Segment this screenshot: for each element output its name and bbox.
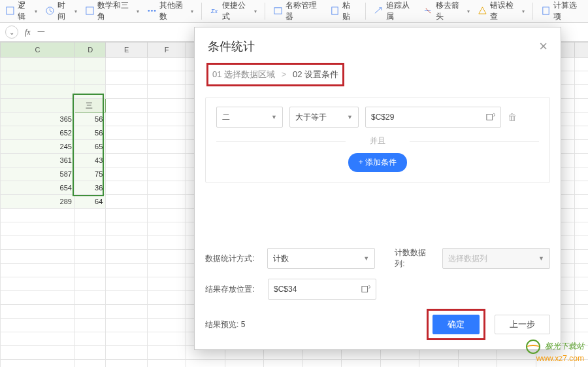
logic-icon bbox=[5, 6, 15, 16]
ribbon-namemgr[interactable]: 名称管理器 bbox=[273, 0, 322, 22]
ribbon-formula[interactable]: Σx便捷公式▾ bbox=[210, 0, 257, 22]
svg-rect-10 bbox=[487, 114, 493, 120]
paste-icon bbox=[330, 6, 340, 16]
ok-button[interactable]: 确定 bbox=[433, 315, 480, 334]
condition-column-select[interactable]: 二▼ bbox=[216, 107, 283, 128]
math-icon bbox=[85, 6, 95, 16]
search-icon[interactable]: ⌄ bbox=[5, 26, 18, 39]
and-separator: 并且 bbox=[216, 135, 539, 147]
watermark-url: www.xz7.com bbox=[526, 354, 584, 363]
svg-point-4 bbox=[148, 10, 150, 12]
svg-text:Σx: Σx bbox=[210, 8, 218, 14]
clock-icon bbox=[45, 6, 55, 16]
ribbon-logic[interactable]: 逻辑▾ bbox=[5, 0, 37, 22]
watermark-site: 极光下载站 bbox=[545, 341, 584, 351]
back-button[interactable]: 上一步 bbox=[495, 315, 550, 334]
svg-point-3 bbox=[151, 10, 153, 12]
count-col-label: 计数数据列: bbox=[395, 247, 436, 270]
selected-header: 三 bbox=[74, 99, 105, 113]
col-E[interactable]: E bbox=[106, 43, 148, 58]
add-condition-button[interactable]: + 添加条件 bbox=[348, 153, 407, 172]
ribbon-otherfn[interactable]: 其他函数▾ bbox=[147, 0, 194, 22]
method-label: 数据统计方式: bbox=[205, 253, 261, 264]
trash-icon[interactable]: 🗑 bbox=[508, 112, 517, 122]
svg-rect-2 bbox=[86, 7, 93, 14]
svg-rect-9 bbox=[543, 7, 549, 14]
fx-label[interactable]: fx bbox=[25, 27, 31, 37]
range-picker-icon[interactable] bbox=[361, 285, 370, 294]
svg-rect-8 bbox=[332, 7, 338, 14]
watermark-logo-icon bbox=[526, 340, 540, 354]
ok-highlight: 确定 bbox=[427, 309, 485, 340]
step-separator: > bbox=[282, 69, 287, 79]
result-location-input[interactable]: $C$34 bbox=[268, 279, 376, 300]
steps-highlight: 01 选择数据区域 > 02 设置条件 bbox=[206, 63, 344, 86]
result-preview: 结果预览: 5 bbox=[205, 319, 245, 330]
stat-method-select[interactable]: 计数▼ bbox=[267, 248, 375, 269]
formula-input[interactable]: 一 bbox=[37, 27, 45, 38]
dialog-title: 条件统计 bbox=[208, 39, 255, 54]
close-icon[interactable]: × bbox=[539, 38, 547, 55]
trace-icon bbox=[374, 6, 384, 16]
condition-value-input[interactable]: $C$29 bbox=[365, 107, 501, 128]
result-loc-label: 结果存放位置: bbox=[205, 284, 261, 295]
col-C[interactable]: C bbox=[1, 43, 75, 58]
name-icon bbox=[273, 6, 283, 16]
svg-rect-0 bbox=[7, 7, 14, 14]
remove-arrow-icon bbox=[423, 6, 433, 16]
count-column-select[interactable]: 选择数据列▼ bbox=[442, 248, 550, 269]
calc-icon bbox=[541, 6, 551, 16]
conditional-stat-dialog: 条件统计 × 01 选择数据区域 > 02 设置条件 二▼ 大于等于▼ $C$2… bbox=[194, 27, 561, 350]
col-F[interactable]: F bbox=[147, 43, 186, 58]
svg-point-5 bbox=[154, 10, 156, 12]
watermark: 极光下载站 www.xz7.com bbox=[526, 340, 584, 363]
ribbon-math[interactable]: 数学和三角▾ bbox=[85, 0, 139, 22]
range-picker-icon[interactable] bbox=[486, 113, 495, 122]
ribbon-errorcheck[interactable]: 错误检查▾ bbox=[478, 0, 525, 22]
ribbon-calcopts[interactable]: 计算选项 bbox=[541, 0, 583, 22]
step1-label: 01 选择数据区域 bbox=[212, 69, 275, 79]
svg-rect-7 bbox=[274, 8, 282, 14]
col-Q[interactable]: Q bbox=[575, 43, 588, 58]
ribbon-paste[interactable]: 粘贴 bbox=[330, 0, 357, 22]
ribbon: 逻辑▾ 时间▾ 数学和三角▾ 其他函数▾ Σx便捷公式▾ 名称管理器 粘贴 追踪… bbox=[0, 0, 588, 23]
ribbon-time[interactable]: 时间▾ bbox=[45, 0, 77, 22]
condition-operator-select[interactable]: 大于等于▼ bbox=[289, 107, 359, 128]
col-D[interactable]: D bbox=[74, 43, 105, 58]
condition-card: 二▼ 大于等于▼ $C$29 🗑 并且 + 添加条件 bbox=[205, 97, 550, 183]
warning-icon bbox=[478, 6, 487, 16]
ribbon-removearrow[interactable]: 移去箭头▾ bbox=[423, 0, 470, 22]
ribbon-trace[interactable]: 追踪从属 bbox=[374, 0, 416, 22]
otherfn-icon bbox=[147, 6, 157, 16]
step2-label: 02 设置条件 bbox=[293, 69, 338, 79]
svg-rect-11 bbox=[362, 287, 368, 292]
formula-icon: Σx bbox=[210, 6, 220, 16]
